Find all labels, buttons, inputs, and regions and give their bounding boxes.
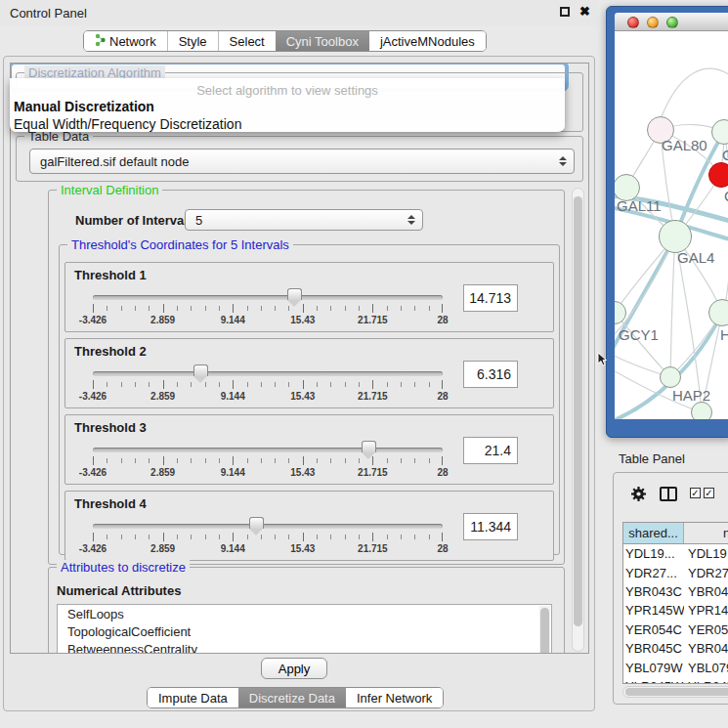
major-tick [233,304,234,313]
attribute-list-item[interactable]: TopologicalCoefficient [58,622,551,640]
split-columns-icon[interactable] [660,487,677,501]
major-tick [372,380,373,389]
checkbox-icon[interactable]: ✓ [690,488,701,498]
table-row[interactable]: YBR045C YBR045C [623,639,728,658]
network-node[interactable] [708,299,728,326]
cell-shared-name[interactable]: YBR045C [623,641,684,656]
slider-thumb[interactable] [287,288,302,300]
algorithm-dropdown-popup: Select algorithm to view settings Manual… [10,78,565,132]
threshold-value-field[interactable]: 6.316 [463,361,518,388]
cell-name[interactable]: YDL19 [684,546,728,561]
numerical-attributes-label: Numerical Attributes [57,583,181,598]
slider-track[interactable] [93,448,443,452]
table-header[interactable]: shared... n [623,523,728,544]
cell-name[interactable]: YDR27 [684,566,728,580]
network-node[interactable] [660,366,681,388]
tab[interactable]: Style [167,31,218,51]
panel-title: Control Panel [10,6,87,21]
table-row[interactable]: YDL19... YDL19 [623,544,728,563]
network-node[interactable] [691,402,712,419]
tick-label: 28 [437,467,448,478]
settings-scrollbar[interactable] [572,188,584,652]
table-row[interactable]: YER054C YER054C [623,621,728,639]
tab-label: Impute Data [158,691,228,706]
major-tick [442,380,443,389]
list-scrollbar[interactable] [539,606,550,654]
slider-thumb[interactable] [193,364,208,376]
stepper-icon[interactable] [559,156,567,166]
column-header-shared-name[interactable]: shared... [623,523,684,543]
threshold-slider[interactable]: -3.4262.8599.14415.4321.71528 [93,521,443,556]
cell-shared-name[interactable]: YER054C [623,622,684,637]
tab[interactable]: Network [84,31,167,51]
zoom-traffic-light-icon[interactable] [666,17,678,28]
close-icon[interactable]: ✖ [579,6,590,18]
table-row[interactable]: YBR043C YBR043C [623,582,728,601]
network-node[interactable] [708,162,728,188]
cell-shared-name[interactable]: YDR27... [623,566,684,580]
major-tick [233,456,234,465]
algorithm-option[interactable]: Manual Discretization [10,99,565,116]
float-panel-icon[interactable] [560,7,570,17]
cell-name[interactable]: YER054C [684,622,728,637]
stepper-icon[interactable] [407,215,415,225]
checkbox-icon[interactable]: ✓ [704,488,714,498]
tab[interactable]: Select [218,31,276,51]
cell-name[interactable]: YBL079W [684,661,728,675]
minimize-traffic-light-icon[interactable] [647,17,659,28]
algorithm-option[interactable]: Equal Width/Frequency Discretization [10,116,565,134]
tab[interactable]: Cyni Toolbox [276,31,369,51]
attribute-list-item[interactable]: SelfLoops [58,605,551,622]
node-label: GAL4 [677,249,714,266]
network-view-window[interactable]: GAL80GACGAL11GAL4GCY1HHAP2 [606,6,728,438]
slider-thumb[interactable] [249,517,264,529]
threshold-label: Threshold 4 [74,496,147,511]
tab[interactable]: Infer Network [346,688,443,707]
slider-thumb[interactable] [362,441,376,452]
slider-track[interactable] [93,524,443,529]
major-tick [93,304,94,313]
close-traffic-light-icon[interactable] [627,17,639,28]
cell-name[interactable]: YPR145W [684,603,728,618]
network-window-titlebar[interactable] [615,13,728,31]
cell-shared-name[interactable]: YPR145W [623,603,684,618]
tab-label: Style [179,34,207,49]
tab[interactable]: Discretize Data [238,688,346,707]
network-canvas[interactable]: GAL80GACGAL11GAL4GCY1HHAP2 [615,31,728,419]
threshold-value-field[interactable]: 11.344 [463,513,518,540]
cell-name[interactable]: YLR345W [684,679,728,684]
network-node[interactable] [659,220,692,253]
tab[interactable]: jActiveMNodules [369,31,486,51]
cell-shared-name[interactable]: YDL19... [623,546,684,561]
table-row[interactable]: YPR145W YPR145W [623,601,728,620]
cell-name[interactable]: YBR045C [684,641,728,656]
cell-shared-name[interactable]: YBL079W [623,661,684,675]
slider-track[interactable] [93,371,443,376]
node-table[interactable]: shared... n YDL19... YDL19 YDR27... YDR2… [622,522,728,684]
cell-shared-name[interactable]: YBR043C [623,584,684,599]
major-tick [303,456,304,465]
tick-label: 9.144 [221,543,245,554]
threshold-value-field[interactable]: 14.713 [463,284,518,312]
attribute-list-item[interactable]: BetweennessCentrality [58,640,551,654]
threshold-list: Threshold 1 -3.4262.8599.14415.4321.7152… [60,257,559,554]
slider-track[interactable] [93,295,443,300]
threshold-slider[interactable]: -3.4262.8599.14415.4321.71528 [93,445,443,480]
column-header-name[interactable]: n [684,523,728,543]
table-data-select[interactable]: galFiltered.sif default node [29,149,575,174]
table-horizontal-scrollbar[interactable] [622,686,728,698]
tab[interactable]: Impute Data [148,688,238,707]
number-of-intervals-spinner[interactable]: 5 [185,209,423,231]
threshold-value-field[interactable]: 21.4 [463,437,518,464]
cell-name[interactable]: YBR043C [684,584,728,599]
threshold-slider[interactable]: -3.4262.8599.14415.4321.71528 [93,292,443,327]
table-row[interactable]: YBL079W YBL079W [623,658,728,676]
cell-shared-name[interactable]: YLR345W [623,679,684,684]
numerical-attributes-list[interactable]: SelfLoopsTopologicalCoefficientBetweenne… [57,604,552,654]
threshold-slider[interactable]: -3.4262.8599.14415.4321.71528 [93,368,443,404]
threshold-panel: Threshold 4 -3.4262.8599.14415.4321.7152… [64,491,554,561]
gear-icon[interactable] [630,486,647,506]
table-row[interactable]: YLR345W YLR345W [623,677,728,684]
apply-button[interactable]: Apply [261,658,327,679]
table-row[interactable]: YDR27... YDR27 [623,563,728,581]
